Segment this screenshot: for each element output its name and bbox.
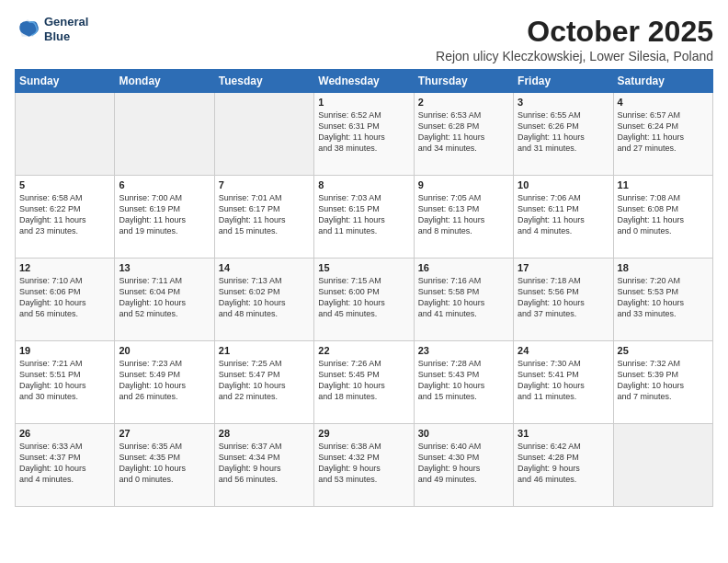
cell-info: Sunrise: 7:23 AMSunset: 5:49 PMDaylight:… [119, 358, 210, 403]
day-number: 22 [318, 345, 409, 356]
cell-info: Sunrise: 7:28 AMSunset: 5:43 PMDaylight:… [418, 358, 509, 403]
calendar-cell: 15Sunrise: 7:15 AMSunset: 6:00 PMDayligh… [314, 259, 414, 341]
calendar-cell: 29Sunrise: 6:38 AMSunset: 4:32 PMDayligh… [314, 424, 414, 507]
cell-info: Sunrise: 7:11 AMSunset: 6:04 PMDaylight:… [119, 275, 210, 320]
calendar-cell: 19Sunrise: 7:21 AMSunset: 5:51 PMDayligh… [16, 341, 115, 424]
calendar-cell: 11Sunrise: 7:08 AMSunset: 6:08 PMDayligh… [613, 176, 712, 259]
calendar-cell: 5Sunrise: 6:58 AMSunset: 6:22 PMDaylight… [16, 176, 115, 259]
cell-info: Sunrise: 6:37 AMSunset: 4:34 PMDaylight:… [219, 441, 310, 486]
calendar-cell: 8Sunrise: 7:03 AMSunset: 6:15 PMDaylight… [314, 176, 414, 259]
day-number: 11 [618, 179, 709, 190]
day-number: 13 [119, 262, 210, 273]
calendar-cell [16, 93, 115, 176]
cell-info: Sunrise: 6:35 AMSunset: 4:35 PMDaylight:… [119, 441, 210, 486]
calendar-cell: 22Sunrise: 7:26 AMSunset: 5:45 PMDayligh… [314, 341, 414, 424]
month-title: October 2025 [436, 15, 713, 49]
calendar-header: SundayMondayTuesdayWednesdayThursdayFrid… [16, 70, 713, 93]
calendar-cell: 10Sunrise: 7:06 AMSunset: 6:11 PMDayligh… [514, 176, 613, 259]
calendar-cell [214, 93, 313, 176]
calendar-cell: 28Sunrise: 6:37 AMSunset: 4:34 PMDayligh… [214, 424, 313, 507]
calendar-cell: 20Sunrise: 7:23 AMSunset: 5:49 PMDayligh… [115, 341, 214, 424]
day-number: 15 [318, 262, 409, 273]
cell-info: Sunrise: 7:20 AMSunset: 5:53 PMDaylight:… [618, 275, 709, 320]
week-row-2: 5Sunrise: 6:58 AMSunset: 6:22 PMDaylight… [16, 176, 713, 259]
day-number: 1 [318, 97, 409, 108]
week-row-5: 26Sunrise: 6:33 AMSunset: 4:37 PMDayligh… [16, 424, 713, 507]
cell-info: Sunrise: 7:10 AMSunset: 6:06 PMDaylight:… [19, 275, 110, 320]
cell-info: Sunrise: 6:53 AMSunset: 6:28 PMDaylight:… [418, 109, 509, 155]
day-number: 26 [19, 428, 110, 439]
header-day-monday: Monday [115, 70, 214, 93]
calendar-cell [613, 424, 712, 507]
day-number: 7 [219, 179, 310, 190]
day-number: 23 [418, 345, 509, 356]
day-number: 9 [418, 179, 509, 190]
logo-text: General Blue [44, 15, 88, 43]
week-row-3: 12Sunrise: 7:10 AMSunset: 6:06 PMDayligh… [16, 259, 713, 341]
calendar-cell: 14Sunrise: 7:13 AMSunset: 6:02 PMDayligh… [214, 259, 313, 341]
day-number: 5 [19, 179, 110, 190]
calendar-cell: 6Sunrise: 7:00 AMSunset: 6:19 PMDaylight… [115, 176, 214, 259]
cell-info: Sunrise: 6:55 AMSunset: 6:26 PMDaylight:… [518, 109, 609, 155]
calendar-cell: 21Sunrise: 7:25 AMSunset: 5:47 PMDayligh… [214, 341, 313, 424]
cell-info: Sunrise: 6:38 AMSunset: 4:32 PMDaylight:… [318, 441, 409, 486]
cell-info: Sunrise: 6:40 AMSunset: 4:30 PMDaylight:… [418, 441, 509, 486]
header-day-tuesday: Tuesday [214, 70, 313, 93]
calendar-cell: 27Sunrise: 6:35 AMSunset: 4:35 PMDayligh… [115, 424, 214, 507]
day-number: 17 [518, 262, 609, 273]
day-number: 29 [318, 428, 409, 439]
header-day-sunday: Sunday [16, 70, 115, 93]
calendar-cell: 26Sunrise: 6:33 AMSunset: 4:37 PMDayligh… [16, 424, 115, 507]
calendar-cell [115, 93, 214, 176]
calendar-cell: 4Sunrise: 6:57 AMSunset: 6:24 PMDaylight… [613, 93, 712, 176]
logo: General Blue [15, 15, 88, 43]
calendar-cell: 24Sunrise: 7:30 AMSunset: 5:41 PMDayligh… [514, 341, 613, 424]
cell-info: Sunrise: 7:18 AMSunset: 5:56 PMDaylight:… [518, 275, 609, 320]
day-number: 30 [418, 428, 509, 439]
calendar-cell: 31Sunrise: 6:42 AMSunset: 4:28 PMDayligh… [514, 424, 613, 507]
day-number: 28 [219, 428, 310, 439]
location-subtitle: Rejon ulicy Kleczkowskiej, Lower Silesia… [436, 49, 713, 63]
cell-info: Sunrise: 7:25 AMSunset: 5:47 PMDaylight:… [219, 358, 310, 403]
header-row: SundayMondayTuesdayWednesdayThursdayFrid… [16, 70, 713, 93]
calendar-cell: 1Sunrise: 6:52 AMSunset: 6:31 PMDaylight… [314, 93, 414, 176]
cell-info: Sunrise: 7:08 AMSunset: 6:08 PMDaylight:… [618, 192, 709, 237]
day-number: 31 [518, 428, 609, 439]
calendar-cell: 17Sunrise: 7:18 AMSunset: 5:56 PMDayligh… [514, 259, 613, 341]
cell-info: Sunrise: 7:03 AMSunset: 6:15 PMDaylight:… [318, 192, 409, 237]
day-number: 18 [618, 262, 709, 273]
day-number: 20 [119, 345, 210, 356]
day-number: 12 [19, 262, 110, 273]
day-number: 27 [119, 428, 210, 439]
day-number: 16 [418, 262, 509, 273]
cell-info: Sunrise: 7:32 AMSunset: 5:39 PMDaylight:… [618, 358, 709, 403]
title-block: October 2025 Rejon ulicy Kleczkowskiej, … [436, 15, 713, 63]
calendar-cell: 23Sunrise: 7:28 AMSunset: 5:43 PMDayligh… [414, 341, 513, 424]
calendar-cell: 2Sunrise: 6:53 AMSunset: 6:28 PMDaylight… [414, 93, 513, 176]
day-number: 4 [618, 97, 709, 108]
day-number: 6 [119, 179, 210, 190]
cell-info: Sunrise: 7:13 AMSunset: 6:02 PMDaylight:… [219, 275, 310, 320]
calendar-cell: 9Sunrise: 7:05 AMSunset: 6:13 PMDaylight… [414, 176, 513, 259]
cell-info: Sunrise: 7:21 AMSunset: 5:51 PMDaylight:… [19, 358, 110, 403]
cell-info: Sunrise: 6:42 AMSunset: 4:28 PMDaylight:… [518, 441, 609, 486]
cell-info: Sunrise: 6:52 AMSunset: 6:31 PMDaylight:… [318, 109, 409, 155]
cell-info: Sunrise: 6:57 AMSunset: 6:24 PMDaylight:… [618, 109, 709, 155]
calendar-cell: 30Sunrise: 6:40 AMSunset: 4:30 PMDayligh… [414, 424, 513, 507]
day-number: 19 [19, 345, 110, 356]
calendar-cell: 7Sunrise: 7:01 AMSunset: 6:17 PMDaylight… [214, 176, 313, 259]
day-number: 24 [518, 345, 609, 356]
header-day-friday: Friday [514, 70, 613, 93]
week-row-1: 1Sunrise: 6:52 AMSunset: 6:31 PMDaylight… [16, 93, 713, 176]
calendar-cell: 18Sunrise: 7:20 AMSunset: 5:53 PMDayligh… [613, 259, 712, 341]
day-number: 3 [518, 97, 609, 108]
day-number: 25 [618, 345, 709, 356]
calendar-cell: 25Sunrise: 7:32 AMSunset: 5:39 PMDayligh… [613, 341, 712, 424]
cell-info: Sunrise: 7:00 AMSunset: 6:19 PMDaylight:… [119, 192, 210, 237]
calendar-table: SundayMondayTuesdayWednesdayThursdayFrid… [15, 69, 713, 507]
calendar-cell: 12Sunrise: 7:10 AMSunset: 6:06 PMDayligh… [16, 259, 115, 341]
day-number: 21 [219, 345, 310, 356]
day-number: 14 [219, 262, 310, 273]
page-header: General Blue October 2025 Rejon ulicy Kl… [15, 15, 713, 63]
day-number: 2 [418, 97, 509, 108]
